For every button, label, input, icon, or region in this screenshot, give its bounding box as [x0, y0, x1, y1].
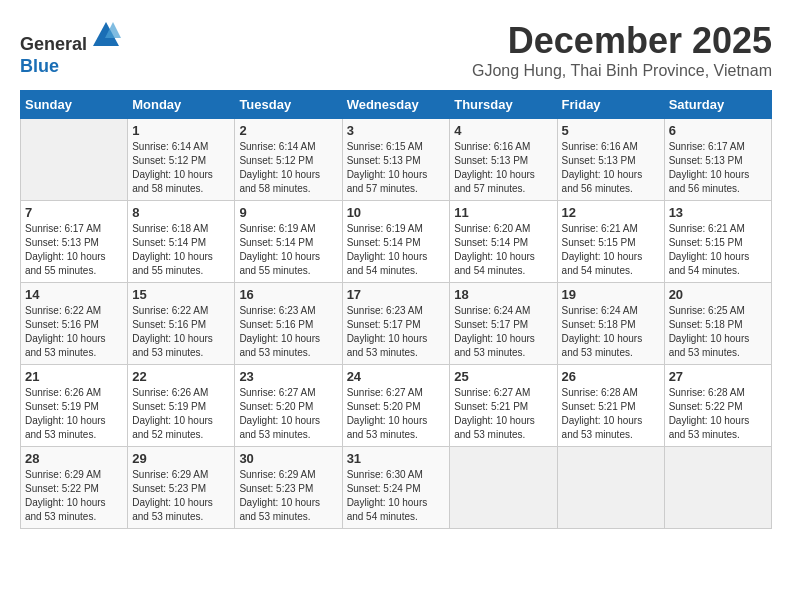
day-number: 1 — [132, 123, 230, 138]
header-cell-friday: Friday — [557, 91, 664, 119]
calendar-cell: 7Sunrise: 6:17 AMSunset: 5:13 PMDaylight… — [21, 201, 128, 283]
calendar-cell: 8Sunrise: 6:18 AMSunset: 5:14 PMDaylight… — [128, 201, 235, 283]
day-info: Sunrise: 6:26 AMSunset: 5:19 PMDaylight:… — [132, 386, 230, 442]
day-info: Sunrise: 6:17 AMSunset: 5:13 PMDaylight:… — [25, 222, 123, 278]
header-cell-tuesday: Tuesday — [235, 91, 342, 119]
day-info: Sunrise: 6:26 AMSunset: 5:19 PMDaylight:… — [25, 386, 123, 442]
day-number: 23 — [239, 369, 337, 384]
calendar-cell: 16Sunrise: 6:23 AMSunset: 5:16 PMDayligh… — [235, 283, 342, 365]
day-number: 28 — [25, 451, 123, 466]
day-info: Sunrise: 6:24 AMSunset: 5:18 PMDaylight:… — [562, 304, 660, 360]
logo: General Blue — [20, 20, 121, 77]
calendar-cell: 19Sunrise: 6:24 AMSunset: 5:18 PMDayligh… — [557, 283, 664, 365]
day-info: Sunrise: 6:23 AMSunset: 5:17 PMDaylight:… — [347, 304, 446, 360]
day-number: 26 — [562, 369, 660, 384]
calendar-cell: 6Sunrise: 6:17 AMSunset: 5:13 PMDaylight… — [664, 119, 771, 201]
day-number: 5 — [562, 123, 660, 138]
day-number: 17 — [347, 287, 446, 302]
calendar-cell: 28Sunrise: 6:29 AMSunset: 5:22 PMDayligh… — [21, 447, 128, 529]
calendar-cell: 27Sunrise: 6:28 AMSunset: 5:22 PMDayligh… — [664, 365, 771, 447]
day-number: 9 — [239, 205, 337, 220]
logo-general: General — [20, 34, 87, 54]
location-title: GJong Hung, Thai Binh Province, Vietnam — [472, 62, 772, 80]
day-info: Sunrise: 6:14 AMSunset: 5:12 PMDaylight:… — [239, 140, 337, 196]
calendar-cell — [557, 447, 664, 529]
calendar-cell: 4Sunrise: 6:16 AMSunset: 5:13 PMDaylight… — [450, 119, 557, 201]
calendar-cell: 29Sunrise: 6:29 AMSunset: 5:23 PMDayligh… — [128, 447, 235, 529]
logo-icon — [91, 20, 121, 50]
day-info: Sunrise: 6:28 AMSunset: 5:22 PMDaylight:… — [669, 386, 767, 442]
calendar-cell: 31Sunrise: 6:30 AMSunset: 5:24 PMDayligh… — [342, 447, 450, 529]
calendar-cell: 21Sunrise: 6:26 AMSunset: 5:19 PMDayligh… — [21, 365, 128, 447]
day-number: 2 — [239, 123, 337, 138]
day-info: Sunrise: 6:15 AMSunset: 5:13 PMDaylight:… — [347, 140, 446, 196]
day-info: Sunrise: 6:22 AMSunset: 5:16 PMDaylight:… — [132, 304, 230, 360]
day-number: 31 — [347, 451, 446, 466]
page-header: General Blue December 2025 GJong Hung, T… — [20, 20, 772, 80]
day-info: Sunrise: 6:25 AMSunset: 5:18 PMDaylight:… — [669, 304, 767, 360]
day-number: 4 — [454, 123, 552, 138]
day-number: 16 — [239, 287, 337, 302]
calendar-cell — [450, 447, 557, 529]
header-cell-thursday: Thursday — [450, 91, 557, 119]
day-info: Sunrise: 6:29 AMSunset: 5:23 PMDaylight:… — [239, 468, 337, 524]
day-info: Sunrise: 6:16 AMSunset: 5:13 PMDaylight:… — [454, 140, 552, 196]
calendar-cell: 18Sunrise: 6:24 AMSunset: 5:17 PMDayligh… — [450, 283, 557, 365]
day-number: 8 — [132, 205, 230, 220]
day-info: Sunrise: 6:27 AMSunset: 5:20 PMDaylight:… — [347, 386, 446, 442]
day-info: Sunrise: 6:20 AMSunset: 5:14 PMDaylight:… — [454, 222, 552, 278]
day-number: 7 — [25, 205, 123, 220]
calendar-cell: 20Sunrise: 6:25 AMSunset: 5:18 PMDayligh… — [664, 283, 771, 365]
day-info: Sunrise: 6:27 AMSunset: 5:20 PMDaylight:… — [239, 386, 337, 442]
calendar-header: SundayMondayTuesdayWednesdayThursdayFrid… — [21, 91, 772, 119]
day-number: 25 — [454, 369, 552, 384]
calendar-cell — [664, 447, 771, 529]
calendar-cell: 9Sunrise: 6:19 AMSunset: 5:14 PMDaylight… — [235, 201, 342, 283]
month-title: December 2025 — [472, 20, 772, 62]
day-number: 22 — [132, 369, 230, 384]
calendar-body: 1Sunrise: 6:14 AMSunset: 5:12 PMDaylight… — [21, 119, 772, 529]
calendar-cell: 10Sunrise: 6:19 AMSunset: 5:14 PMDayligh… — [342, 201, 450, 283]
day-info: Sunrise: 6:27 AMSunset: 5:21 PMDaylight:… — [454, 386, 552, 442]
day-number: 3 — [347, 123, 446, 138]
calendar-cell: 26Sunrise: 6:28 AMSunset: 5:21 PMDayligh… — [557, 365, 664, 447]
calendar-cell: 17Sunrise: 6:23 AMSunset: 5:17 PMDayligh… — [342, 283, 450, 365]
day-info: Sunrise: 6:19 AMSunset: 5:14 PMDaylight:… — [347, 222, 446, 278]
day-number: 6 — [669, 123, 767, 138]
calendar-cell: 23Sunrise: 6:27 AMSunset: 5:20 PMDayligh… — [235, 365, 342, 447]
day-number: 13 — [669, 205, 767, 220]
title-block: December 2025 GJong Hung, Thai Binh Prov… — [472, 20, 772, 80]
calendar-cell: 11Sunrise: 6:20 AMSunset: 5:14 PMDayligh… — [450, 201, 557, 283]
day-number: 14 — [25, 287, 123, 302]
day-info: Sunrise: 6:28 AMSunset: 5:21 PMDaylight:… — [562, 386, 660, 442]
day-info: Sunrise: 6:23 AMSunset: 5:16 PMDaylight:… — [239, 304, 337, 360]
calendar-cell: 5Sunrise: 6:16 AMSunset: 5:13 PMDaylight… — [557, 119, 664, 201]
day-info: Sunrise: 6:22 AMSunset: 5:16 PMDaylight:… — [25, 304, 123, 360]
day-number: 19 — [562, 287, 660, 302]
calendar-table: SundayMondayTuesdayWednesdayThursdayFrid… — [20, 90, 772, 529]
week-row-3: 14Sunrise: 6:22 AMSunset: 5:16 PMDayligh… — [21, 283, 772, 365]
calendar-cell: 12Sunrise: 6:21 AMSunset: 5:15 PMDayligh… — [557, 201, 664, 283]
day-number: 12 — [562, 205, 660, 220]
header-row: SundayMondayTuesdayWednesdayThursdayFrid… — [21, 91, 772, 119]
week-row-5: 28Sunrise: 6:29 AMSunset: 5:22 PMDayligh… — [21, 447, 772, 529]
calendar-cell: 25Sunrise: 6:27 AMSunset: 5:21 PMDayligh… — [450, 365, 557, 447]
day-number: 11 — [454, 205, 552, 220]
week-row-1: 1Sunrise: 6:14 AMSunset: 5:12 PMDaylight… — [21, 119, 772, 201]
header-cell-sunday: Sunday — [21, 91, 128, 119]
day-number: 10 — [347, 205, 446, 220]
day-number: 18 — [454, 287, 552, 302]
day-number: 29 — [132, 451, 230, 466]
header-cell-saturday: Saturday — [664, 91, 771, 119]
calendar-cell: 15Sunrise: 6:22 AMSunset: 5:16 PMDayligh… — [128, 283, 235, 365]
day-info: Sunrise: 6:24 AMSunset: 5:17 PMDaylight:… — [454, 304, 552, 360]
calendar-cell: 24Sunrise: 6:27 AMSunset: 5:20 PMDayligh… — [342, 365, 450, 447]
day-info: Sunrise: 6:17 AMSunset: 5:13 PMDaylight:… — [669, 140, 767, 196]
calendar-cell: 2Sunrise: 6:14 AMSunset: 5:12 PMDaylight… — [235, 119, 342, 201]
day-number: 15 — [132, 287, 230, 302]
calendar-cell: 13Sunrise: 6:21 AMSunset: 5:15 PMDayligh… — [664, 201, 771, 283]
day-number: 24 — [347, 369, 446, 384]
calendar-cell: 30Sunrise: 6:29 AMSunset: 5:23 PMDayligh… — [235, 447, 342, 529]
day-info: Sunrise: 6:21 AMSunset: 5:15 PMDaylight:… — [562, 222, 660, 278]
day-number: 21 — [25, 369, 123, 384]
